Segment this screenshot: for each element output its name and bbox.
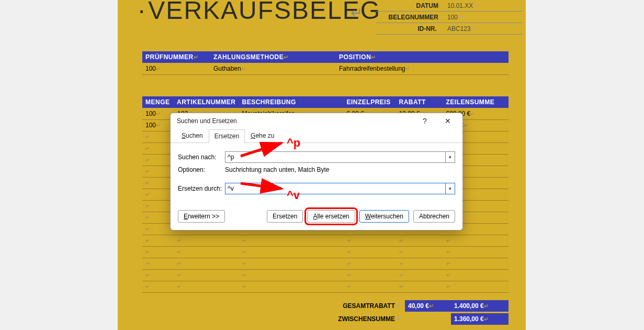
beleg-value: 100	[447, 14, 458, 21]
th-menge: MENGE	[145, 98, 170, 106]
return-glyph-icon: ↵	[351, 4, 363, 21]
table-cell: ↵	[396, 246, 443, 258]
table-cell: ↵	[142, 189, 174, 200]
table-cell: ↵	[443, 258, 509, 269]
th-einzelpreis: EINZELPREIS	[347, 98, 391, 106]
table-cell: ↵	[344, 246, 396, 258]
th-beschreibung: BESCHREIBUNG	[242, 98, 296, 106]
th-zahlungsmethode: ZAHLUNGSMETHODE	[213, 53, 284, 61]
table-cell: ↵	[142, 200, 174, 212]
tab-search[interactable]: Suchen	[176, 129, 209, 142]
close-icon: ✕	[445, 117, 451, 125]
cancel-button[interactable]: Abbrechen	[413, 210, 455, 223]
table-cell: ↵	[239, 246, 344, 258]
datum-label: DATUM	[416, 2, 438, 9]
th-position: POSITION	[339, 53, 371, 61]
table-cell: ↵	[443, 235, 509, 246]
th-rabatt: RABATT	[399, 98, 426, 106]
th-zeilensumme: ZEILENSUMME	[446, 98, 495, 106]
find-replace-dialog: Suchen und Ersetzen ? ✕ Suchen Ersetzen …	[170, 113, 463, 230]
table-cell: ↵	[344, 281, 396, 292]
id-value: ABC123	[447, 25, 471, 32]
th-pruefnummer: PRÜFNUMMER	[145, 53, 194, 61]
table-cell: ↵	[239, 281, 344, 292]
dialog-title: Suchen und Ersetzen	[177, 117, 413, 125]
table-cell: ↵	[142, 269, 174, 281]
table-cell: ↵	[344, 258, 396, 269]
zwischensumme-label: ZWISCHENSUMME	[338, 315, 395, 323]
gesamtrabatt-a: 40,00 €	[408, 302, 429, 310]
dialog-tabs: Suchen Ersetzen Gehe zu	[171, 129, 462, 143]
table-cell: 100↵	[142, 119, 174, 131]
zwischensumme-b: 1.360,00 €	[454, 315, 484, 323]
table-cell: ↵	[142, 131, 174, 142]
table-cell: ↵	[174, 258, 239, 269]
table-cell: ↵	[174, 281, 239, 292]
table-cell: ↵	[443, 281, 509, 292]
datum-value: 10.01.XX	[447, 2, 473, 9]
total-rabatt-row: GESAMTRABATT↵ 40,00 €↵ 1.400,00 €↵	[142, 300, 509, 312]
table-cell: ↵	[396, 281, 443, 292]
table-cell: ↵	[142, 177, 174, 189]
table-cell: ↵	[239, 258, 344, 269]
td-pruefnummer: 100	[145, 65, 156, 72]
find-input-wrapper: ▾	[225, 151, 455, 163]
find-dropdown-button[interactable]: ▾	[445, 152, 455, 162]
tab-goto[interactable]: Gehe zu	[245, 129, 280, 142]
help-button[interactable]: ?	[413, 113, 436, 129]
table-cell: ↵	[239, 235, 344, 246]
table-cell: ↵	[142, 212, 174, 223]
options-label: Optionen:	[178, 166, 225, 173]
table-cell: ↵	[142, 154, 174, 166]
tab-replace[interactable]: Ersetzen	[209, 129, 245, 143]
table-cell: ↵	[344, 269, 396, 281]
th-artikelnummer: ARTIKELNUMMER	[177, 98, 236, 106]
table-cell: ↵	[174, 269, 239, 281]
td-zahlungsmethode: Guthaben	[213, 65, 241, 72]
payment-table: PRÜFNUMMER↵ ZAHLUNGSMETHODE↵ POSITION↵ 1…	[142, 51, 509, 75]
gesamtrabatt-b: 1.400,00 €	[454, 302, 484, 310]
td-position: Fahrradreifenbestellung	[339, 65, 405, 72]
table-cell: ↵	[142, 235, 174, 246]
beleg-label: BELEGNUMMER	[389, 14, 438, 21]
table-cell: ↵	[443, 269, 509, 281]
table-cell: ↵	[396, 269, 443, 281]
replace-label: Ersetzen durch:	[178, 185, 225, 192]
find-label: Suchen nach:	[178, 153, 225, 161]
table-cell: 100↵	[142, 108, 174, 119]
replace-all-button[interactable]: Alle ersetzen	[307, 210, 355, 223]
chevron-down-icon: ▾	[449, 155, 451, 160]
gesamtrabatt-label: GESAMTRABATT	[343, 302, 395, 310]
table-row: ↵↵↵↵↵↵	[142, 258, 509, 269]
header-metadata: DATUM· 10.01.XX↵ BELEGNUMMER· 100↵ ID-NR…	[376, 0, 523, 35]
page-title: VERKAUFSBELEG	[138, 0, 381, 25]
replace-button[interactable]: Ersetzen	[267, 210, 303, 223]
chevron-down-icon: ▾	[449, 186, 451, 191]
expand-button[interactable]: Erweitern >>	[178, 210, 225, 223]
table-cell: ↵	[174, 235, 239, 246]
table-row: ↵↵↵↵↵↵	[142, 246, 509, 258]
table-cell: ↵	[142, 258, 174, 269]
table-cell: ↵	[142, 246, 174, 258]
table-cell: ↵	[396, 235, 443, 246]
close-button[interactable]: ✕	[436, 113, 459, 129]
total-zwischen-row: ZWISCHENSUMME↵ 1.360,00 €↵	[142, 313, 509, 325]
table-cell: ↵	[174, 246, 239, 258]
find-input[interactable]	[225, 152, 445, 162]
table-cell: ↵	[142, 223, 174, 235]
replace-input-wrapper: ▾	[225, 183, 455, 194]
replace-input[interactable]	[225, 183, 445, 194]
table-row: ↵↵↵↵↵↵	[142, 235, 509, 246]
id-label: ID-NR.	[417, 25, 437, 32]
replace-dropdown-button[interactable]: ▾	[445, 183, 455, 194]
table-cell: ↵	[142, 281, 174, 292]
table-cell: ↵	[142, 142, 174, 154]
table-cell: ↵	[142, 166, 174, 177]
table-row: ↵↵↵↵↵↵	[142, 269, 509, 281]
table-cell: ↵	[396, 258, 443, 269]
table-cell: ↵	[239, 269, 344, 281]
table-cell: ↵	[443, 246, 509, 258]
table-cell: ↵	[344, 235, 396, 246]
table-row: ↵↵↵↵↵↵	[142, 281, 509, 292]
find-next-button[interactable]: Weitersuchen	[359, 210, 409, 223]
